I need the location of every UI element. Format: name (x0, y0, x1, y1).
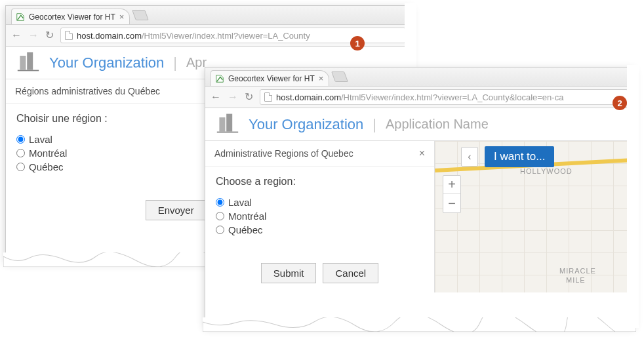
radio-option[interactable]: Montréal (216, 209, 424, 223)
forward-icon[interactable]: → (28, 30, 39, 41)
map-viewport[interactable]: HOLLYWOOD MIRACLE MILE ‹ I want to... + … (435, 141, 634, 292)
form-prompt: Choose a region: (216, 176, 424, 188)
radio-input[interactable] (216, 212, 224, 220)
i-want-to-button[interactable]: I want to... (485, 146, 554, 167)
back-icon[interactable]: ← (211, 92, 221, 102)
app-name-partial: Apr (186, 55, 207, 70)
page-icon (264, 92, 272, 102)
tab-close-icon[interactable]: × (119, 12, 125, 22)
panel-title: Administrative Regions of Quebec (214, 148, 353, 159)
map-label: MIRACLE (559, 267, 596, 275)
new-tab-button[interactable] (332, 71, 349, 82)
browser-tab[interactable]: Geocortex Viewer for HT × (211, 70, 329, 86)
submit-button[interactable]: Submit (261, 263, 317, 283)
radio-label: Montréal (29, 148, 67, 159)
form-panel: Administrative Regions of Quebec × Choos… (205, 141, 435, 292)
radio-label: Québec (29, 161, 64, 172)
zoom-in-button[interactable]: + (443, 176, 460, 194)
favicon-icon (16, 12, 25, 22)
url-path: /Html5Viewer/index.html?viewer=LA_County… (341, 92, 563, 102)
zoom-control: + − (443, 175, 461, 213)
org-name: Your Organization (49, 54, 164, 71)
org-logo-icon (216, 111, 239, 138)
page-icon (65, 31, 73, 40)
svg-rect-3 (219, 117, 225, 132)
reload-icon[interactable]: ↻ (45, 30, 54, 41)
url-host: host.domain.com (77, 31, 142, 41)
reload-icon[interactable]: ↻ (245, 92, 253, 102)
tab-bar: Geocortex Viewer for HT × (205, 68, 634, 86)
radio-label: Laval (228, 197, 252, 208)
url-input[interactable]: host.domain.com/Html5Viewer/index.html?v… (260, 89, 628, 105)
favicon-icon (215, 74, 224, 83)
map-label: HOLLYWOOD (520, 167, 573, 175)
radio-option[interactable]: Laval (216, 195, 424, 209)
zoom-out-button[interactable]: − (443, 194, 460, 212)
radio-input[interactable] (16, 149, 25, 157)
callout-badge-2: 2 (613, 96, 627, 110)
radio-label: Laval (29, 134, 52, 145)
svg-rect-2 (18, 70, 39, 71)
app-header: Your Organization | Application Name (205, 108, 634, 141)
submit-button[interactable]: Envoyer (146, 200, 207, 220)
radio-label: Montréal (228, 211, 266, 222)
svg-rect-1 (27, 52, 33, 70)
app-name: Application Name (386, 117, 489, 132)
url-host: host.domain.com (276, 92, 341, 102)
org-name: Your Organization (249, 116, 363, 133)
svg-rect-5 (217, 131, 238, 132)
browser-tab[interactable]: Geocortex Viewer for HT × (11, 9, 130, 24)
radio-input[interactable] (216, 198, 224, 207)
svg-rect-0 (20, 56, 26, 70)
map-toolbar: ‹ I want to... (461, 146, 554, 167)
radio-option[interactable]: Québec (216, 223, 424, 237)
radio-input[interactable] (16, 135, 25, 144)
address-bar: ← → ↻ host.domain.com/Html5Viewer/index.… (205, 86, 634, 108)
panel-title: Régions administratives du Québec (15, 86, 160, 96)
divider: | (372, 116, 376, 133)
radio-input[interactable] (216, 226, 224, 234)
browser-window-2: Geocortex Viewer for HT × ← → ↻ host.dom… (205, 67, 634, 326)
divider: | (173, 54, 177, 71)
svg-rect-4 (226, 113, 232, 131)
chevron-left-icon[interactable]: ‹ (461, 147, 478, 167)
tab-title: Geocortex Viewer for HT (29, 12, 115, 22)
torn-edge-right (627, 65, 639, 328)
tab-title: Geocortex Viewer for HT (228, 74, 315, 83)
forward-icon[interactable]: → (228, 92, 238, 102)
torn-edge (203, 317, 636, 332)
callout-badge-1: 1 (350, 36, 365, 50)
org-logo-icon (16, 50, 40, 76)
panel-title-bar: Administrative Regions of Quebec × (205, 141, 434, 167)
tab-bar: Geocortex Viewer for HT × (6, 6, 411, 24)
radio-input[interactable] (16, 163, 25, 171)
cancel-button[interactable]: Cancel (323, 263, 378, 283)
close-icon[interactable]: × (419, 148, 425, 159)
new-tab-button[interactable] (132, 10, 150, 20)
map-label: MILE (566, 276, 586, 284)
back-icon[interactable]: ← (11, 30, 22, 41)
radio-label: Québec (228, 224, 263, 235)
url-path: /Html5Viewer/index.html?viewer=LA_County (142, 31, 310, 41)
tab-close-icon[interactable]: × (319, 73, 324, 83)
